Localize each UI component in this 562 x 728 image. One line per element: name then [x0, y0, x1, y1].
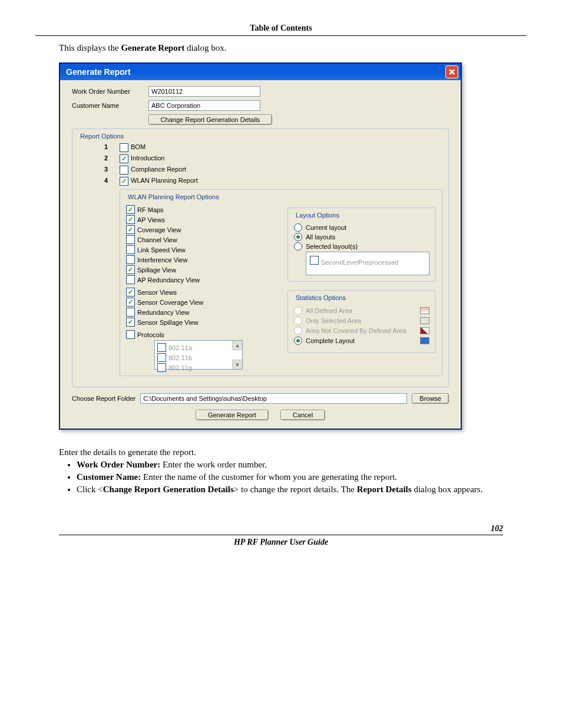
swatch-only-selected: [420, 317, 429, 324]
proto-b-checkbox[interactable]: [157, 353, 166, 362]
selected-layouts-radio[interactable]: [294, 242, 302, 251]
bullet-3: Click <Change Report Generation Details>…: [77, 485, 503, 495]
dialog-title: Generate Report: [66, 67, 131, 77]
work-order-input[interactable]: [148, 86, 260, 97]
b1-bold: Work Order Number:: [77, 460, 160, 469]
folder-input[interactable]: [140, 393, 407, 404]
ap-redundancy-checkbox[interactable]: [126, 275, 135, 284]
doc-bullet-list: Work Order Number: Enter the work order …: [77, 460, 503, 495]
intro-suffix: dialog box.: [184, 43, 226, 52]
b3-mid: > to change the report details. The: [234, 485, 357, 494]
all-layouts-radio[interactable]: [294, 233, 302, 241]
coverage-view-checkbox[interactable]: [126, 225, 135, 234]
browse-button[interactable]: Browse: [412, 393, 449, 404]
hr-bottom: [59, 535, 503, 535]
proto-a-checkbox[interactable]: [157, 343, 166, 352]
proto-b-label: 802.11b: [168, 354, 192, 361]
complete-layout-radio[interactable]: [294, 337, 302, 345]
customer-name-input[interactable]: [148, 100, 260, 111]
channel-view-checkbox[interactable]: [126, 235, 135, 244]
work-order-label: Work Order Number: [72, 88, 148, 95]
current-layout-radio[interactable]: [294, 223, 302, 232]
generate-report-button[interactable]: Generate Report: [196, 410, 269, 420]
sensor-coverage-label: Sensor Coverage View: [137, 299, 203, 306]
proto-g-label: 802.11g: [168, 364, 192, 371]
right-col: Layout Options Current layout All layout…: [287, 204, 436, 370]
chevron-up-icon[interactable]: ▲: [232, 341, 242, 350]
b3-pre: Click <: [77, 485, 103, 494]
intro-prefix: This displays the: [59, 43, 121, 52]
enter-details-text: Enter the details to generate the report…: [59, 447, 503, 457]
introduction-label: Introduction: [131, 154, 164, 162]
idx-2: 2: [78, 154, 120, 162]
all-defined-label: All Defined Area: [306, 307, 352, 314]
sensor-spillage-checkbox[interactable]: [126, 318, 135, 327]
page-number: 102: [59, 524, 503, 533]
current-layout-label: Current layout: [306, 224, 346, 231]
all-layouts-label: All layouts: [306, 233, 335, 241]
bom-checkbox[interactable]: [120, 143, 128, 152]
protocols-checkbox[interactable]: [126, 330, 135, 339]
b3-post: dialog box appears.: [412, 485, 483, 494]
swatch-complete: [420, 337, 429, 344]
cancel-button[interactable]: Cancel: [280, 410, 325, 420]
sensor-spillage-label: Sensor Spillage View: [137, 319, 199, 326]
hr-top: [35, 35, 527, 36]
bom-label: BOM: [131, 143, 146, 150]
protocols-listbox[interactable]: 802.11a 802.11b 802.11g ▲ ▼: [154, 340, 243, 370]
complete-layout-label: Complete Layout: [306, 337, 355, 344]
b2-bold: Customer Name:: [77, 472, 141, 482]
bullet-2: Customer Name: Enter the name of the cus…: [77, 472, 503, 482]
wlan-options-legend: WLAN Planning Report Options: [126, 193, 221, 200]
second-level-label: SecondLevelPreprocessed: [321, 259, 398, 266]
sensor-redundancy-checkbox[interactable]: [126, 308, 135, 317]
b3-bold1: Change Report Generation Details: [103, 485, 234, 494]
b1-text: Enter the work order number.: [160, 460, 267, 469]
sensor-views-checkbox[interactable]: [126, 288, 135, 297]
swatch-all-defined: [420, 307, 429, 314]
titlebar: Generate Report: [60, 64, 461, 80]
chevron-down-icon[interactable]: ▼: [232, 360, 242, 369]
sensor-coverage-checkbox[interactable]: [126, 298, 135, 307]
rf-maps-label: RF Maps: [137, 206, 164, 213]
idx-4: 4: [78, 177, 120, 184]
idx-3: 3: [78, 166, 120, 173]
selected-layout-list[interactable]: SecondLevelPreprocessed: [306, 252, 429, 275]
spillage-checkbox[interactable]: [126, 265, 135, 274]
introduction-checkbox[interactable]: [120, 154, 128, 163]
not-covered-label: Area Not Covered By Defined Area: [306, 327, 406, 334]
layout-options-legend: Layout Options: [294, 212, 341, 219]
compliance-label: Compliance Report: [131, 166, 186, 173]
ap-views-checkbox[interactable]: [126, 215, 135, 224]
folder-label: Choose Report Folder: [72, 395, 135, 402]
footer-title: HP RF Planner User Guide: [35, 538, 527, 547]
proto-a-label: 802.11a: [168, 344, 192, 351]
compliance-checkbox[interactable]: [120, 166, 128, 174]
change-details-button[interactable]: Change Report Generation Details: [148, 114, 272, 125]
wlan-options-group: WLAN Planning Report Options RF Maps AP …: [120, 189, 442, 376]
wlan-label: WLAN Planning Report: [131, 177, 198, 184]
not-covered-radio: [294, 327, 302, 335]
b2-text: Enter the name of the customer for whom …: [141, 472, 397, 482]
generate-report-dialog: Generate Report Work Order Number Custom…: [59, 62, 462, 430]
report-options-group: Report Options 1 BOM 2 Introduction 3 Co…: [72, 129, 449, 387]
rf-maps-checkbox[interactable]: [126, 205, 135, 214]
only-selected-label: Only Selected Area: [306, 317, 361, 324]
intro-bold: Generate Report: [121, 43, 184, 52]
report-options-legend: Report Options: [78, 133, 125, 140]
protocols-label: Protocols: [137, 331, 164, 338]
close-icon[interactable]: [445, 65, 458, 78]
toc-header: Table of Contents: [35, 24, 527, 35]
proto-g-checkbox[interactable]: [157, 363, 166, 372]
all-defined-radio: [294, 307, 302, 315]
wlan-checkbox[interactable]: [120, 177, 128, 186]
bullet-1: Work Order Number: Enter the work order …: [77, 460, 503, 470]
channel-view-label: Channel View: [137, 236, 177, 243]
swatch-not-covered: [420, 327, 429, 334]
interference-checkbox[interactable]: [126, 255, 135, 264]
second-level-checkbox[interactable]: [310, 256, 319, 265]
coverage-view-label: Coverage View: [137, 226, 181, 233]
statistics-options-group: Statistics Options All Defined Area Only…: [287, 290, 436, 353]
link-speed-checkbox[interactable]: [126, 245, 135, 254]
ap-views-label: AP Views: [137, 216, 165, 223]
